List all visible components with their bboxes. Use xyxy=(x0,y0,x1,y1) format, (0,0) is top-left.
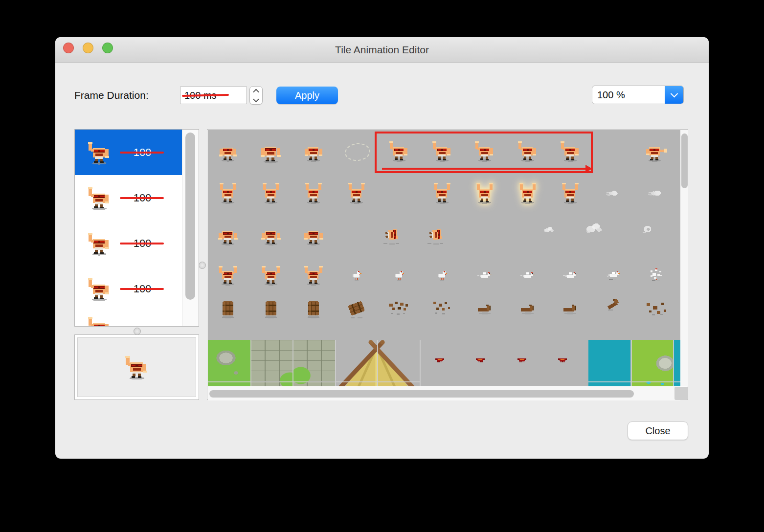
frame-duration-label: Frame Duration: xyxy=(74,87,149,104)
tile-sprite-chick[interactable] xyxy=(392,269,406,281)
tile-sprite-debris[interactable] xyxy=(386,299,412,317)
frame-sprite xyxy=(86,231,113,256)
terrain-tile-stone[interactable] xyxy=(250,340,293,386)
frame-list-item[interactable]: 100 xyxy=(75,175,183,221)
tile-sprite-smokedash[interactable] xyxy=(606,189,621,198)
tile-sprite-barreltilt[interactable] xyxy=(347,298,366,318)
tile-sprite-crab[interactable] xyxy=(434,355,445,364)
tile-sprite-chickfly[interactable] xyxy=(519,269,536,281)
annotation-arrowhead xyxy=(585,165,592,173)
tile-sprite-chickfly[interactable] xyxy=(476,269,493,281)
tile-sprite-wide[interactable] xyxy=(259,224,283,245)
title-bar[interactable]: Tile Animation Editor xyxy=(55,37,709,63)
annotation-strikethrough xyxy=(120,152,164,154)
tile-sprite-armsup[interactable] xyxy=(301,182,326,204)
terrain-tile-stonegrass[interactable] xyxy=(292,340,335,386)
tile-animation-editor-window: Tile Animation Editor Frame Duration: 10… xyxy=(55,37,709,459)
annotation-arrow xyxy=(382,168,585,170)
tile-sprite-chickpoof[interactable] xyxy=(648,268,664,282)
tile-sprite-chickdust[interactable] xyxy=(605,268,622,281)
frame-list-item[interactable]: 100 xyxy=(75,266,183,311)
splitter-handle[interactable] xyxy=(134,328,141,335)
tile-grid-line xyxy=(673,340,674,386)
tile-sprite-logbits[interactable] xyxy=(644,301,668,316)
tileset-viewport[interactable] xyxy=(208,130,680,386)
empty-tile-outline[interactable] xyxy=(344,142,371,162)
tile-sprite-logfly[interactable] xyxy=(604,298,623,310)
tile-sprite-chick[interactable] xyxy=(435,269,449,281)
tile-sprite-wide[interactable] xyxy=(216,224,240,245)
close-button[interactable]: Close xyxy=(628,421,688,440)
tile-sprite-roll[interactable] xyxy=(424,225,447,245)
annotation-strikethrough xyxy=(120,243,164,244)
stepper-down-button[interactable] xyxy=(250,95,262,104)
tile-sprite-punch[interactable] xyxy=(643,141,669,162)
tile-sprite-armsup[interactable] xyxy=(430,182,454,204)
frame-list-item[interactable] xyxy=(75,311,183,327)
window-title: Tile Animation Editor xyxy=(55,37,709,63)
annotation-strikethrough xyxy=(120,288,164,290)
tile-grid-line xyxy=(335,340,336,386)
tile-sprite-armsup[interactable] xyxy=(259,182,283,204)
tile-sprite-armsup[interactable] xyxy=(344,182,369,204)
terrain-tile-water[interactable] xyxy=(673,340,680,386)
tile-sprite-roll[interactable] xyxy=(380,225,403,245)
tile-sprite-crouch[interactable] xyxy=(216,141,240,162)
zoom-select[interactable]: 100 % xyxy=(592,86,684,104)
tile-sprite-barrel[interactable] xyxy=(262,298,280,318)
frame-sprite xyxy=(86,140,113,165)
tile-sprite-chickfly[interactable] xyxy=(562,269,579,281)
tile-sprite-armsup[interactable] xyxy=(558,182,583,204)
preview-sprite xyxy=(123,355,151,380)
frame-sprite xyxy=(86,315,113,327)
frame-sprite xyxy=(86,277,113,301)
preview-panel xyxy=(74,334,199,400)
frame-list-panel: 100100100100 xyxy=(74,129,199,327)
screenshot-background: { "window": {"title": "Tile Animation Ed… xyxy=(0,0,764,532)
frame-list-item[interactable]: 100 xyxy=(75,130,183,175)
tile-sprite-log[interactable] xyxy=(561,302,580,314)
frame-list-item[interactable]: 100 xyxy=(75,221,183,266)
tile-sprite-cheer[interactable] xyxy=(259,264,283,286)
splitter-handle[interactable] xyxy=(199,262,206,269)
tile-sprite-cheer[interactable] xyxy=(301,264,326,286)
scrollbar-corner xyxy=(674,387,688,400)
chevron-up-icon xyxy=(253,89,259,95)
tile-sprite-armsup[interactable] xyxy=(472,182,497,204)
tile-sprite-puffcurl[interactable] xyxy=(640,223,655,235)
tile-grid-line xyxy=(208,381,420,382)
frame-duration-stepper xyxy=(249,86,263,105)
terrain-tile-grass2[interactable] xyxy=(631,340,674,386)
tile-grid-line xyxy=(420,340,421,386)
apply-button[interactable]: Apply xyxy=(276,87,338,104)
zoom-dropdown-button[interactable] xyxy=(665,86,683,104)
tile-sprite-crab[interactable] xyxy=(557,355,568,364)
tile-sprite-cheer[interactable] xyxy=(216,264,240,286)
tile-sprite-crab[interactable] xyxy=(475,355,486,364)
zoom-value: 100 % xyxy=(592,89,665,101)
tile-sprite-armsup[interactable] xyxy=(216,182,240,204)
frame-sprite xyxy=(86,186,113,210)
terrain-tile-grass[interactable] xyxy=(208,340,250,386)
animation-preview xyxy=(77,337,196,397)
terrain-tile-water[interactable] xyxy=(588,340,630,386)
tile-sprite-chick[interactable] xyxy=(349,269,364,281)
tile-sprite-armsup[interactable] xyxy=(516,182,540,204)
tile-sprite-barrel[interactable] xyxy=(219,298,237,318)
tileset-vertical-scrollbar xyxy=(680,130,688,386)
horizontal-scrollbar-thumb[interactable] xyxy=(209,390,634,398)
vertical-scrollbar-thumb[interactable] xyxy=(681,133,688,188)
tile-sprite-barrel[interactable] xyxy=(304,298,323,318)
tile-sprite-wide[interactable] xyxy=(301,224,326,245)
tile-sprite-crab[interactable] xyxy=(517,355,527,364)
tile-sprite-log[interactable] xyxy=(518,302,538,314)
tile-sprite-puff[interactable] xyxy=(584,220,604,234)
tile-sprite-log[interactable] xyxy=(475,302,494,314)
tile-sprite-smokedash[interactable] xyxy=(648,188,664,199)
tile-sprite-crouch[interactable] xyxy=(301,140,326,162)
frame-list-scrollbar-thumb[interactable] xyxy=(185,133,195,300)
stepper-up-button[interactable] xyxy=(250,87,262,95)
tile-sprite-debris2[interactable] xyxy=(429,299,455,317)
tile-sprite-puff[interactable] xyxy=(543,225,555,233)
tile-sprite-crouch[interactable] xyxy=(257,139,284,163)
